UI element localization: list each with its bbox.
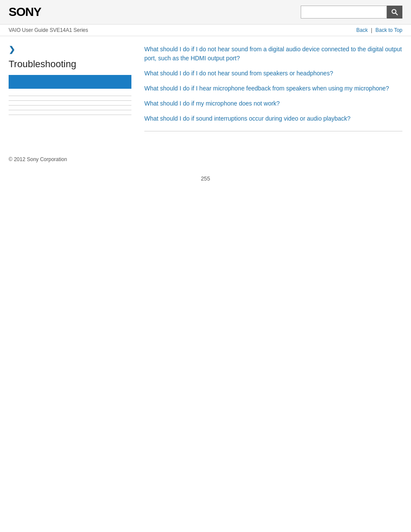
sidebar: ❯ Troubleshooting (9, 45, 131, 139)
content-link-1[interactable]: What should I do if I do not hear sound … (144, 46, 402, 62)
search-input[interactable] (301, 6, 387, 19)
sidebar-divider-4 (9, 110, 131, 110)
sidebar-divider-5 (9, 115, 131, 115)
svg-line-1 (395, 13, 398, 15)
content-divider (144, 131, 402, 131)
content-link-5[interactable]: What should I do if sound interruptions … (144, 115, 351, 122)
footer: © 2012 Sony Corporation (0, 148, 411, 167)
search-icon (391, 9, 398, 16)
content-link-4[interactable]: What should I do if my microphone does n… (144, 100, 280, 107)
guide-label: VAIO User Guide SVE14A1 Series (9, 27, 88, 33)
copyright-text: © 2012 Sony Corporation (9, 156, 67, 162)
sony-logo: SONY (9, 5, 41, 19)
page-number: 255 (0, 167, 411, 190)
sidebar-arrow: ❯ (9, 45, 131, 54)
sidebar-divider-3 (9, 105, 131, 106)
nav-separator: | (371, 27, 372, 33)
sidebar-title: Troubleshooting (9, 59, 131, 70)
list-item: What should I do if my microphone does n… (144, 99, 402, 108)
search-area (301, 6, 402, 19)
list-item: What should I do if I do not hear sound … (144, 69, 402, 78)
nav-bar: VAIO User Guide SVE14A1 Series Back | Ba… (0, 25, 411, 36)
sidebar-highlight (9, 75, 131, 89)
sidebar-divider-1 (9, 96, 131, 96)
sidebar-divider-2 (9, 100, 131, 101)
search-button[interactable] (387, 6, 402, 19)
content-link-3[interactable]: What should I do if I hear microphone fe… (144, 85, 389, 92)
back-to-top-link[interactable]: Back to Top (376, 27, 402, 33)
main-content: ❯ Troubleshooting What should I do if I … (0, 36, 411, 148)
back-link[interactable]: Back (356, 27, 368, 33)
list-item: What should I do if I do not hear sound … (144, 45, 402, 63)
content-links: What should I do if I do not hear sound … (144, 45, 402, 123)
nav-links: Back | Back to Top (356, 27, 402, 33)
content-link-2[interactable]: What should I do if I do not hear sound … (144, 70, 333, 77)
header: SONY (0, 0, 411, 25)
svg-point-0 (392, 9, 396, 13)
content-area: What should I do if I do not hear sound … (144, 45, 402, 139)
list-item: What should I do if sound interruptions … (144, 114, 402, 123)
list-item: What should I do if I hear microphone fe… (144, 84, 402, 93)
